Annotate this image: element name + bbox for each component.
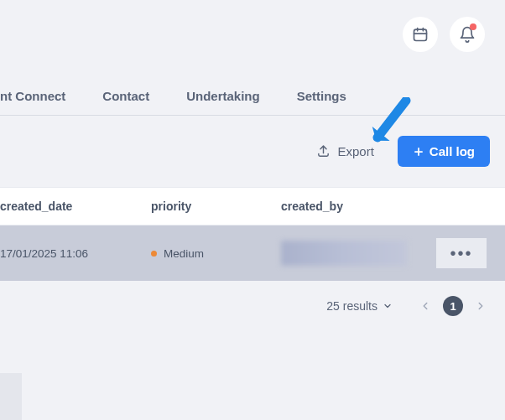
export-label: Export	[337, 144, 373, 158]
priority-dot-icon	[151, 251, 157, 257]
upload-icon	[316, 144, 331, 158]
pagination: 25 results 1	[0, 281, 505, 331]
plus-icon	[413, 146, 424, 158]
notifications-button[interactable]	[450, 17, 485, 52]
notification-dot	[470, 23, 476, 30]
next-page-button[interactable]	[475, 300, 487, 312]
cell-created-by	[281, 241, 436, 266]
cell-created-date: 17/01/2025 11:06	[0, 247, 151, 260]
results-label: 25 results	[326, 299, 377, 313]
export-button[interactable]: Export	[316, 144, 373, 158]
chevron-down-icon	[383, 301, 393, 311]
tab-bar: nt Connect Contact Undertaking Settings	[0, 52, 505, 116]
col-created-date[interactable]: created_date	[0, 200, 151, 213]
topbar	[0, 0, 505, 52]
tab-contact[interactable]: Contact	[102, 89, 149, 103]
col-created-by[interactable]: created_by	[281, 200, 436, 213]
cell-priority: Medium	[151, 247, 281, 260]
svg-rect-0	[414, 29, 427, 40]
chevron-left-icon	[419, 300, 431, 312]
tab-settings[interactable]: Settings	[297, 89, 346, 103]
data-table: created_date priority created_by 17/01/2…	[0, 187, 505, 281]
calendar-icon	[412, 26, 429, 43]
page-number[interactable]: 1	[443, 296, 463, 316]
more-icon: •••	[450, 244, 472, 263]
decorative-block	[0, 373, 22, 420]
row-actions-button[interactable]: •••	[436, 238, 487, 268]
table-row[interactable]: 17/01/2025 11:06 Medium •••	[0, 226, 505, 281]
tab-undertaking[interactable]: Undertaking	[186, 89, 260, 103]
call-log-label: Call log	[430, 144, 475, 158]
results-selector[interactable]: 25 results	[326, 299, 393, 313]
col-priority[interactable]: priority	[151, 200, 281, 213]
chevron-right-icon	[475, 300, 487, 312]
action-bar: Export Call log	[0, 116, 505, 187]
priority-label: Medium	[164, 247, 204, 260]
redacted-value	[281, 241, 407, 266]
call-log-button[interactable]: Call log	[398, 136, 490, 167]
prev-page-button[interactable]	[419, 300, 431, 312]
table-header: created_date priority created_by	[0, 188, 505, 226]
tab-connect[interactable]: nt Connect	[0, 89, 65, 103]
calendar-button[interactable]	[403, 17, 438, 52]
